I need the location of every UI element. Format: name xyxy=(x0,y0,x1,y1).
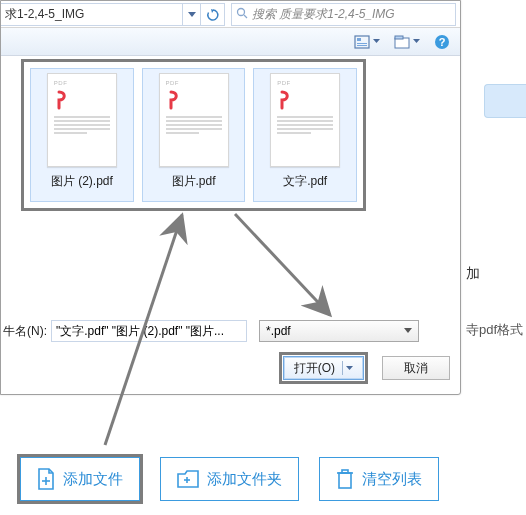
file-name: 图片 (2).pdf xyxy=(51,173,113,190)
file-thumbnail: PDF xyxy=(47,73,117,167)
svg-rect-5 xyxy=(357,45,367,46)
chevron-down-icon xyxy=(346,366,353,371)
file-name: 图片.pdf xyxy=(172,173,216,190)
cancel-button-label: 取消 xyxy=(404,360,428,377)
address-dropdown-icon[interactable] xyxy=(182,3,200,26)
file-item[interactable]: PDF 图片.pdf xyxy=(142,68,246,202)
add-folder-label: 添加文件夹 xyxy=(207,470,282,489)
file-plus-icon xyxy=(37,468,55,490)
open-file-dialog: 求1-2,4-5_IMG 搜索 质量要求1-2,4-5_IMG ? xyxy=(0,0,461,395)
pdf-icon xyxy=(54,90,74,110)
search-placeholder: 搜索 质量要求1-2,4-5_IMG xyxy=(252,6,395,23)
svg-point-0 xyxy=(238,9,245,16)
pdf-tag: PDF xyxy=(166,80,222,86)
chevron-down-icon xyxy=(404,328,412,334)
pdf-icon xyxy=(277,90,297,110)
open-button-highlight: 打开(O) xyxy=(279,352,368,384)
search-icon xyxy=(236,7,248,22)
filter-value: *.pdf xyxy=(266,324,291,338)
svg-rect-16 xyxy=(339,473,351,488)
dialog-button-row: 打开(O) 取消 xyxy=(279,352,450,384)
svg-text:?: ? xyxy=(439,36,446,48)
open-button[interactable]: 打开(O) xyxy=(283,356,364,380)
clear-list-label: 清空列表 xyxy=(362,470,422,489)
right-text-format: 寺pdf格式 xyxy=(466,321,523,339)
filename-input[interactable]: "文字.pdf" "图片 (2).pdf" "图片... xyxy=(51,320,247,342)
file-thumbnail: PDF xyxy=(159,73,229,167)
file-list-highlight: PDF 图片 (2).pdf PDF 图片.pdf PDF 文字.pdf xyxy=(21,59,366,211)
svg-rect-4 xyxy=(357,43,367,44)
add-folder-button[interactable]: 添加文件夹 xyxy=(160,457,299,501)
chevron-down-icon xyxy=(373,39,380,44)
filename-row: 牛名(N): "文字.pdf" "图片 (2).pdf" "图片... *.pd… xyxy=(1,316,460,346)
pdf-tag: PDF xyxy=(277,80,333,86)
clear-list-button[interactable]: 清空列表 xyxy=(319,457,439,501)
file-thumbnail: PDF xyxy=(270,73,340,167)
search-box[interactable]: 搜索 质量要求1-2,4-5_IMG xyxy=(231,3,456,26)
folder-plus-icon xyxy=(177,470,199,488)
svg-rect-3 xyxy=(357,38,361,41)
right-text-add: 加 xyxy=(466,265,480,283)
svg-rect-7 xyxy=(395,36,403,39)
add-file-label: 添加文件 xyxy=(63,470,123,489)
filename-label: 牛名(N): xyxy=(1,323,51,340)
file-name: 文字.pdf xyxy=(283,173,327,190)
help-button[interactable]: ? xyxy=(434,34,450,50)
address-bar[interactable]: 求1-2,4-5_IMG xyxy=(1,3,201,26)
view-button[interactable] xyxy=(354,35,380,49)
svg-rect-18 xyxy=(342,470,348,473)
cancel-button[interactable]: 取消 xyxy=(382,356,450,380)
organize-button[interactable] xyxy=(394,35,420,49)
action-button-row: 添加文件 添加文件夹 清空列表 xyxy=(20,457,439,501)
file-item[interactable]: PDF 文字.pdf xyxy=(253,68,357,202)
filename-value: "文字.pdf" "图片 (2).pdf" "图片... xyxy=(56,323,224,340)
open-button-label: 打开(O) xyxy=(294,360,335,377)
file-item[interactable]: PDF 图片 (2).pdf xyxy=(30,68,134,202)
filter-dropdown[interactable]: *.pdf xyxy=(259,320,419,342)
svg-line-1 xyxy=(244,15,247,18)
right-tab xyxy=(484,84,526,118)
trash-icon xyxy=(336,469,354,489)
address-path: 求1-2,4-5_IMG xyxy=(5,6,84,23)
chevron-down-icon xyxy=(413,39,420,44)
pdf-icon xyxy=(166,90,186,110)
dialog-toolbar: ? xyxy=(1,28,460,56)
add-file-button[interactable]: 添加文件 xyxy=(20,457,140,501)
pdf-tag: PDF xyxy=(54,80,110,86)
refresh-button[interactable] xyxy=(201,3,225,26)
dialog-topbar: 求1-2,4-5_IMG 搜索 质量要求1-2,4-5_IMG xyxy=(1,1,460,28)
svg-rect-2 xyxy=(355,36,369,48)
